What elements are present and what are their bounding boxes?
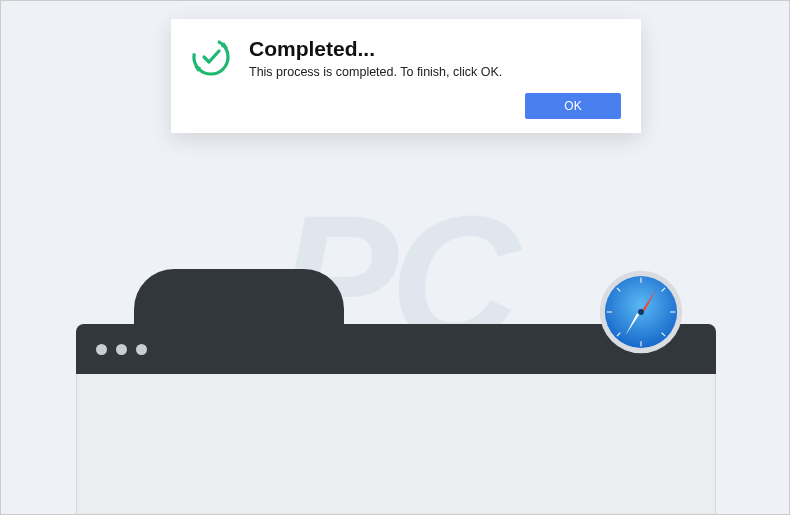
- browser-content: [76, 374, 716, 515]
- dialog-text: Completed... This process is completed. …: [249, 37, 502, 79]
- check-circle-refresh-icon: [191, 37, 231, 77]
- traffic-light-dot: [116, 344, 127, 355]
- dialog-title: Completed...: [249, 37, 502, 61]
- dialog-body: Completed... This process is completed. …: [191, 37, 621, 79]
- dialog-footer: OK: [191, 93, 621, 119]
- svg-point-12: [638, 309, 644, 315]
- traffic-light-dot: [136, 344, 147, 355]
- dialog-message: This process is completed. To finish, cl…: [249, 65, 502, 79]
- ok-button[interactable]: OK: [525, 93, 621, 119]
- completed-dialog: Completed... This process is completed. …: [171, 19, 641, 133]
- traffic-light-dot: [96, 344, 107, 355]
- safari-compass-icon: [598, 269, 684, 355]
- svg-point-13: [191, 37, 231, 77]
